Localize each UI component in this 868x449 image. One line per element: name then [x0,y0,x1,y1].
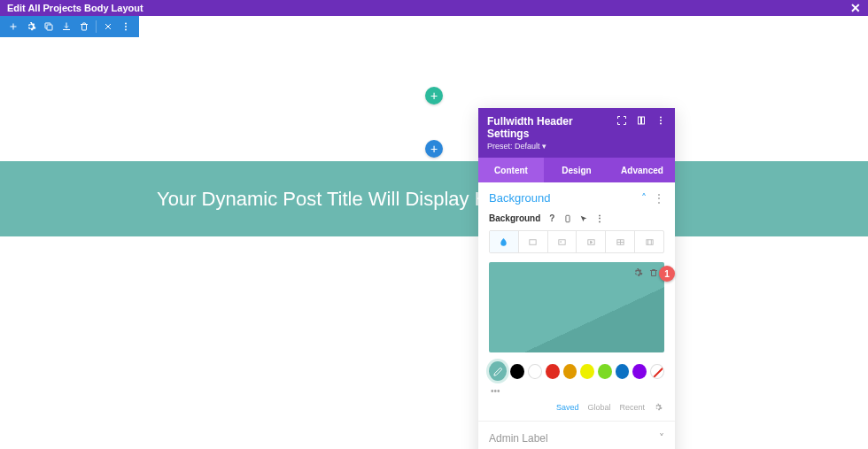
background-row: Background ? ⋮ [489,213,664,223]
swatch-yellow[interactable] [580,364,594,379]
color-palette [489,361,664,381]
color-library-tabs: Saved Global Recent [489,403,664,421]
svg-rect-10 [530,239,536,244]
palette-more-icon[interactable]: ••• [491,386,664,396]
snap-icon[interactable] [636,115,647,126]
swatch-none[interactable] [650,364,664,379]
add-icon[interactable] [5,19,21,35]
bg-type-color[interactable] [490,231,519,252]
callout-badge: 1 [659,266,675,282]
svg-point-1 [125,23,127,25]
swatch-orange[interactable] [563,364,577,379]
section-title: Background [489,191,550,205]
color-tab-global[interactable]: Global [587,403,610,412]
swatch-red[interactable] [546,364,560,379]
color-tab-saved[interactable]: Saved [556,403,579,412]
help-icon[interactable]: ? [547,214,556,223]
svg-rect-11 [559,239,565,244]
color-tab-recent[interactable]: Recent [619,403,645,412]
bg-type-image[interactable] [548,231,577,252]
swatch-black[interactable] [510,364,524,379]
close-icon[interactable]: ✕ [850,1,861,15]
svg-rect-4 [639,117,641,124]
settings-tabs: Content Design Advanced [478,158,675,182]
section-toolbar [0,16,139,37]
chevron-up-icon[interactable]: ˄ [641,192,647,205]
preset-selector[interactable]: Preset: Default ▾ [487,142,616,151]
svg-point-2 [125,26,127,27]
admin-label-section[interactable]: Admin Label ˅ [478,422,675,449]
more-vert-icon[interactable] [655,115,666,126]
tab-advanced[interactable]: Advanced [609,158,675,182]
background-section-header[interactable]: Background ˄ ⋮ [489,191,664,205]
duplicate-icon[interactable] [41,19,57,35]
exit-icon[interactable] [100,19,116,35]
chevron-down-icon: ˅ [659,432,664,445]
phone-icon[interactable] [563,214,572,223]
panel-header[interactable]: Fullwidth Header Settings Preset: Defaul… [478,108,675,158]
svg-rect-0 [47,25,52,30]
swatch-blue[interactable] [616,364,630,379]
swatch-green[interactable] [598,364,612,379]
panel-title: Fullwidth Header Settings [487,115,616,140]
color-preview[interactable] [489,262,664,352]
bg-type-mask[interactable] [635,231,663,252]
tab-content[interactable]: Content [478,158,544,182]
hero-band[interactable]: Your Dynamic Post Title Will Display Her… [0,161,868,236]
svg-rect-5 [642,117,645,124]
preview-trash-icon[interactable] [648,267,659,278]
separator [96,20,97,33]
background-type-tabs [489,230,664,253]
gear-icon[interactable] [23,19,39,35]
svg-rect-15 [646,239,652,244]
row-more-icon[interactable]: ⋮ [595,214,604,223]
trash-icon[interactable] [76,19,92,35]
top-bar: Edit All Projects Body Layout ✕ [0,0,868,16]
svg-point-12 [561,241,562,242]
svg-point-3 [125,29,127,31]
more-icon[interactable] [118,19,134,35]
swatch-white[interactable] [528,364,542,379]
hover-icon[interactable] [579,214,588,223]
top-bar-title: Edit All Projects Body Layout [7,3,143,13]
svg-point-7 [660,120,662,121]
svg-point-6 [660,117,662,119]
bg-type-pattern[interactable] [606,231,635,252]
color-preview-wrap: 1 [489,262,664,352]
background-label: Background [489,213,540,223]
swatch-picker[interactable] [489,361,507,381]
svg-point-8 [660,123,662,125]
settings-panel: Fullwidth Header Settings Preset: Defaul… [478,108,675,449]
svg-rect-9 [566,215,570,222]
tab-design[interactable]: Design [544,158,609,182]
admin-label-title: Admin Label [489,432,548,445]
color-settings-icon[interactable] [654,403,663,412]
add-section-button[interactable]: + [425,87,443,105]
section-more-icon[interactable]: ⋮ [654,192,664,205]
drag-handle-icon[interactable] [616,115,627,126]
add-row-button[interactable]: + [425,140,443,158]
bg-type-video[interactable] [577,231,606,252]
save-icon[interactable] [58,19,74,35]
hero-title: Your Dynamic Post Title Will Display Her… [157,188,516,211]
swatch-purple[interactable] [632,364,647,379]
bg-type-gradient[interactable] [519,231,548,252]
preview-gear-icon[interactable] [632,267,643,278]
